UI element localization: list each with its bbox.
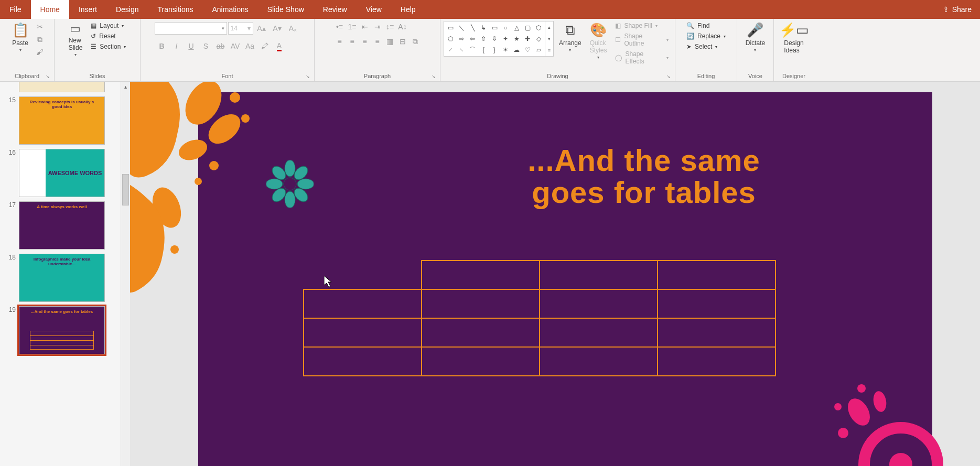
shape-arrow-r[interactable]: ⇨ bbox=[456, 34, 467, 44]
cut-button[interactable]: ✂ bbox=[34, 21, 46, 32]
clear-formatting-button[interactable]: Aₓ bbox=[286, 21, 300, 36]
tab-view[interactable]: View bbox=[357, 0, 391, 19]
new-slide-button[interactable]: ▭ New Slide ▾ bbox=[66, 21, 86, 58]
align-left-button[interactable]: ≡ bbox=[334, 36, 346, 47]
scroll-down-icon[interactable]: ▾ bbox=[545, 36, 553, 41]
tab-design[interactable]: Design bbox=[106, 0, 148, 19]
line-spacing-button[interactable]: ↕≡ bbox=[384, 21, 396, 32]
design-ideas-button[interactable]: ⚡▭ Design Ideas bbox=[776, 21, 812, 55]
tab-home[interactable]: Home bbox=[31, 0, 69, 19]
scroll-thumb[interactable] bbox=[122, 174, 129, 205]
tab-review[interactable]: Review bbox=[314, 0, 357, 19]
strikethrough-button[interactable]: ab bbox=[213, 39, 228, 53]
shape-triangle[interactable]: △ bbox=[511, 23, 522, 33]
scroll-up-icon[interactable]: ▴ bbox=[121, 82, 130, 91]
shape-arrow-u[interactable]: ⇧ bbox=[478, 34, 489, 44]
tab-transitions[interactable]: Transitions bbox=[148, 0, 203, 19]
thumb-16[interactable]: 16 AWESOME WORDS bbox=[0, 147, 121, 199]
shape-rounded[interactable]: ▢ bbox=[522, 23, 533, 33]
thumb-18[interactable]: 18 Infographics make your idea understab… bbox=[0, 252, 121, 304]
tab-file[interactable]: File bbox=[0, 0, 31, 19]
increase-indent-button[interactable]: ⇥ bbox=[372, 21, 383, 32]
highlight-button[interactable]: 🖍 bbox=[257, 39, 272, 53]
shape-speech[interactable]: ◇ bbox=[533, 34, 544, 44]
shape-curve2[interactable]: ⟍ bbox=[456, 45, 467, 55]
columns-button[interactable]: ▥ bbox=[384, 36, 396, 47]
bullets-button[interactable]: •≡ bbox=[334, 21, 346, 32]
shape-line[interactable]: ＼ bbox=[456, 23, 467, 33]
share-button[interactable]: ⇪ Share bbox=[934, 0, 980, 19]
thumb-17[interactable]: 17 A time always works well bbox=[0, 199, 121, 252]
thumb-19[interactable]: 19 ...And the same goes for tables bbox=[0, 304, 121, 356]
shape-flow[interactable]: ▱ bbox=[533, 45, 544, 55]
text-direction-button[interactable]: A↕ bbox=[397, 21, 408, 32]
format-painter-button[interactable]: 🖌 bbox=[34, 46, 46, 58]
dictate-button[interactable]: 🎤 Dictate ▾ bbox=[742, 21, 768, 53]
shape-hex[interactable]: ⬡ bbox=[533, 23, 544, 33]
increase-font-button[interactable]: A▴ bbox=[254, 21, 269, 36]
shape-curve1[interactable]: ⟋ bbox=[445, 45, 456, 55]
change-case-button[interactable]: Aa bbox=[243, 39, 257, 53]
slide-19[interactable]: ...And the same goes for tables bbox=[198, 92, 932, 466]
thumb-14[interactable] bbox=[0, 82, 121, 94]
shape-rect[interactable]: ▭ bbox=[489, 23, 500, 33]
layout-button[interactable]: ▦Layout ▾ bbox=[88, 21, 127, 30]
shape-heart[interactable]: ♡ bbox=[522, 45, 533, 55]
find-button[interactable]: 🔍Find bbox=[683, 21, 713, 30]
launcher-icon[interactable]: ↘ bbox=[46, 74, 50, 79]
shapes-gallery-scroll[interactable]: ▴ ▾ ≡ bbox=[545, 21, 554, 57]
shape-outline-button[interactable]: ☐Shape Outline ▾ bbox=[612, 31, 672, 48]
shape-plus[interactable]: ✚ bbox=[522, 34, 533, 44]
reset-button[interactable]: ↺Reset bbox=[88, 31, 119, 41]
decrease-font-button[interactable]: A▾ bbox=[270, 21, 285, 36]
smartart-button[interactable]: ⧉ bbox=[410, 36, 421, 47]
char-spacing-button[interactable]: AV bbox=[228, 39, 243, 53]
shape-line2[interactable]: ╲ bbox=[467, 23, 478, 33]
align-right-button[interactable]: ≡ bbox=[359, 36, 371, 47]
launcher-icon[interactable]: ↘ bbox=[666, 74, 671, 79]
tab-animations[interactable]: Animations bbox=[202, 0, 257, 19]
shape-arrow-l[interactable]: ⇦ bbox=[467, 34, 478, 44]
italic-button[interactable]: I bbox=[169, 39, 184, 53]
launcher-icon[interactable]: ↘ bbox=[432, 74, 436, 79]
shape-star5[interactable]: ★ bbox=[511, 34, 522, 44]
decrease-indent-button[interactable]: ⇤ bbox=[359, 21, 371, 32]
paste-button[interactable]: 📋 Paste ▾ bbox=[9, 21, 32, 53]
quick-styles-button[interactable]: 🎨 Quick Styles ▾ bbox=[587, 21, 610, 61]
underline-button[interactable]: U bbox=[184, 39, 199, 53]
shape-brace-r[interactable]: } bbox=[489, 45, 500, 55]
shadow-button[interactable]: S bbox=[199, 39, 213, 53]
slide-table[interactable] bbox=[303, 260, 776, 376]
shape-star6[interactable]: ✶ bbox=[500, 45, 511, 55]
shape-effects-button[interactable]: ◯Shape Effects ▾ bbox=[612, 49, 672, 66]
shape-pent[interactable]: ⬠ bbox=[445, 34, 456, 44]
shape-connector[interactable]: ↳ bbox=[478, 23, 489, 33]
shape-brace-l[interactable]: { bbox=[478, 45, 489, 55]
shape-cloud[interactable]: ☁ bbox=[511, 45, 522, 55]
launcher-icon[interactable]: ↘ bbox=[306, 74, 310, 79]
select-button[interactable]: ➤Select ▾ bbox=[683, 42, 720, 51]
shape-fill-button[interactable]: ◧Shape Fill ▾ bbox=[612, 21, 660, 30]
replace-button[interactable]: 🔄Replace ▾ bbox=[683, 31, 729, 41]
shape-oval[interactable]: ○ bbox=[500, 23, 511, 33]
arrange-button[interactable]: ⧉ Arrange ▾ bbox=[556, 21, 585, 53]
font-family-select[interactable]: ▾ bbox=[155, 22, 227, 35]
justify-button[interactable]: ≡ bbox=[372, 36, 383, 47]
scroll-up-icon[interactable]: ▴ bbox=[545, 25, 553, 30]
align-text-button[interactable]: ⊟ bbox=[397, 36, 408, 47]
expand-icon[interactable]: ≡ bbox=[545, 48, 553, 53]
copy-button[interactable]: ⧉ bbox=[34, 34, 46, 45]
tab-insert[interactable]: Insert bbox=[69, 0, 106, 19]
bold-button[interactable]: B bbox=[155, 39, 169, 53]
shapes-gallery[interactable]: ▭ ＼ ╲ ↳ ▭ ○ △ ▢ ⬡ ⬠ ⇨ ⇦ ⇧ ⇩ ✦ ★ ✚ bbox=[444, 21, 545, 57]
thumb-15[interactable]: 15 Reviewing concepts is usually a good … bbox=[0, 94, 121, 147]
shape-arrow-d[interactable]: ⇩ bbox=[489, 34, 500, 44]
font-color-button[interactable]: A bbox=[272, 39, 287, 53]
shape-star4[interactable]: ✦ bbox=[500, 34, 511, 44]
slide-canvas[interactable]: ...And the same goes for tables bbox=[130, 82, 980, 466]
shape-textbox[interactable]: ▭ bbox=[445, 23, 456, 33]
shape-arc[interactable]: ⌒ bbox=[467, 45, 478, 55]
thumb-scrollbar[interactable]: ▴ bbox=[121, 82, 130, 466]
font-size-select[interactable]: 14▾ bbox=[228, 22, 253, 35]
section-button[interactable]: ☰Section ▾ bbox=[88, 42, 129, 51]
